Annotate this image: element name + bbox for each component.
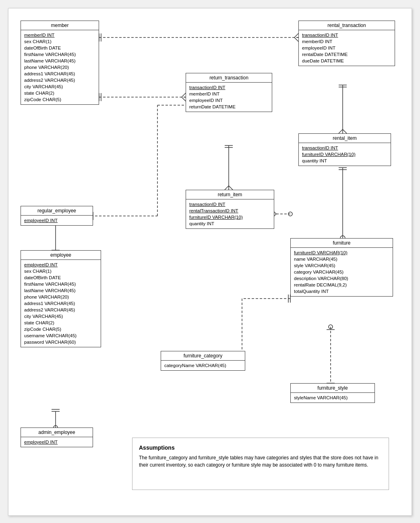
field-member-sex: sex CHAR(1) [24, 38, 95, 45]
field-reti-rentaltransactionid: rentalTransactionID INT [189, 208, 271, 214]
field-rt-memberid: memberID INT [302, 38, 391, 45]
field-e-sex: sex CHAR(1) [24, 268, 97, 274]
entity-return-transaction-fields: transactionID INT memberID INT employeeI… [186, 83, 272, 112]
entity-furniture-category-title: furniture_category [161, 351, 245, 361]
entity-furniture-fields: furnitureID VARCHAR(10) name VARCHAR(45)… [291, 248, 393, 296]
entity-furniture: furniture furnitureID VARCHAR(10) name V… [290, 238, 393, 297]
entity-employee: employee employeeID INT sex CHAR(1) date… [21, 250, 101, 347]
field-ri-quantity: quantity INT [302, 158, 387, 164]
field-e-lastname: lastName VARCHAR(45) [24, 287, 97, 294]
entity-employee-title: employee [21, 251, 101, 260]
field-member-phone: phone VARCHAR(20) [24, 64, 95, 71]
field-re-employeeid: employeeID INT [24, 217, 89, 224]
field-e-address2: address2 VARCHAR(45) [24, 307, 97, 313]
entity-regular-employee: regular_employee employeeID INT [21, 206, 93, 226]
field-e-phone: phone VARCHAR(20) [24, 294, 97, 300]
field-e-username: username VARCHAR(45) [24, 332, 97, 339]
field-member-state: state CHAR(2) [24, 90, 95, 96]
entity-furniture-title: furniture [291, 239, 393, 248]
assumptions-box: Assumptions The furniture_category and f… [132, 438, 389, 490]
entity-rental-item-fields: transactionID INT furnitureID VARCHAR(10… [299, 143, 391, 166]
field-member-address1: address1 VARCHAR(45) [24, 71, 95, 77]
field-e-city: city VARCHAR(45) [24, 313, 97, 320]
field-e-password: password VARCHAR(60) [24, 339, 97, 345]
svg-line-7 [182, 93, 186, 97]
entity-member-fields: memberID INT sex CHAR(1) dateOfBirth DAT… [21, 30, 99, 104]
svg-line-1 [294, 33, 298, 37]
entity-return-item-title: return_item [186, 190, 274, 199]
entity-rental-item: rental_item transactionID INT furnitureI… [298, 133, 391, 166]
entity-return-item-fields: transactionID INT rentalTransactionID IN… [186, 199, 274, 228]
field-e-zipcode: zipCode CHAR(5) [24, 326, 97, 332]
field-f-category: category VARCHAR(45) [294, 269, 389, 275]
field-fs-stylename: styleName VARCHAR(45) [294, 394, 371, 401]
assumptions-text: The furniture_category and furniture_sty… [139, 454, 382, 469]
assumptions-title: Assumptions [139, 444, 382, 451]
entity-admin-employee-fields: employeeID INT [21, 437, 93, 447]
entity-rental-transaction-title: rental_transaction [299, 21, 395, 30]
field-member-memberid: memberID INT [24, 32, 95, 38]
field-e-firstname: firstName VARCHAR(45) [24, 281, 97, 287]
field-f-furnitureid: furnitureID VARCHAR(10) [294, 249, 389, 256]
entity-furniture-style: furniture_style styleName VARCHAR(45) [290, 383, 375, 403]
entity-admin-employee-title: admin_employee [21, 428, 93, 437]
entity-furniture-category-fields: categoryName VARCHAR(45) [161, 361, 245, 370]
svg-line-18 [225, 186, 229, 190]
field-f-description: description VARCHAR(80) [294, 275, 389, 282]
field-fc-categoryname: categoryName VARCHAR(45) [164, 362, 242, 369]
field-ri-furnitureid: furnitureID VARCHAR(10) [302, 151, 387, 158]
field-ret-employeeid: employeeID INT [189, 97, 269, 104]
field-f-totalquantity: totalQuantity INT [294, 288, 389, 295]
field-ret-returndate: returnDate DATETIME [189, 104, 269, 110]
field-member-firstname: firstName VARCHAR(45) [24, 51, 95, 58]
field-member-address2: address2 VARCHAR(45) [24, 77, 95, 83]
field-rt-rentaldate: rentalDate DATETIME [302, 51, 391, 58]
svg-line-25 [339, 129, 343, 133]
field-reti-quantity: quantity INT [189, 220, 271, 227]
entity-regular-employee-fields: employeeID INT [21, 216, 93, 225]
field-reti-furnitureid: furnitureID VARCHAR(10) [189, 214, 271, 220]
field-member-dob: dateOfBirth DATE [24, 45, 95, 51]
entity-furniture-style-fields: styleName VARCHAR(45) [291, 393, 374, 403]
field-f-rentalrate: rentalRate DECIMAL(9,2) [294, 282, 389, 288]
field-f-name: name VARCHAR(45) [294, 256, 389, 262]
svg-line-8 [182, 97, 186, 101]
entity-rental-transaction: rental_transaction transactionID INT mem… [298, 21, 395, 66]
svg-line-26 [343, 129, 347, 133]
entity-admin-employee: admin_employee employeeID INT [21, 428, 93, 447]
entity-regular-employee-title: regular_employee [21, 206, 93, 216]
entity-rental-item-title: rental_item [299, 134, 391, 143]
svg-point-35 [288, 212, 292, 216]
field-rt-transactionid: transactionID INT [302, 32, 391, 38]
entity-furniture-style-title: furniture_style [291, 384, 374, 393]
entity-return-item: return_item transactionID INT rentalTran… [186, 190, 274, 229]
field-e-employeeid: employeeID INT [24, 262, 97, 268]
field-e-dob: dateOfBirth DATE [24, 274, 97, 281]
field-ae-employeeid: employeeID INT [24, 439, 89, 445]
svg-line-2 [294, 37, 298, 42]
er-diagram: member memberID INT sex CHAR(1) dateOfBi… [8, 8, 412, 515]
field-ret-transactionid: transactionID INT [189, 84, 269, 91]
field-ret-memberid: memberID INT [189, 91, 269, 97]
field-ri-transactionid: transactionID INT [302, 145, 387, 151]
entity-return-transaction: return_transaction transactionID INT mem… [186, 73, 272, 112]
field-rt-employeeid: employeeID INT [302, 45, 391, 51]
field-rt-duedate: dueDate DATETIME [302, 58, 391, 64]
svg-point-44 [329, 325, 333, 329]
entity-member: member memberID INT sex CHAR(1) dateOfBi… [21, 21, 99, 105]
entity-furniture-category: furniture_category categoryName VARCHAR(… [161, 351, 245, 371]
entity-rental-transaction-fields: transactionID INT memberID INT employeeI… [299, 30, 395, 66]
entity-employee-fields: employeeID INT sex CHAR(1) dateOfBirth D… [21, 260, 101, 347]
svg-line-19 [229, 186, 233, 190]
field-member-city: city VARCHAR(45) [24, 83, 95, 90]
field-e-address1: address1 VARCHAR(45) [24, 300, 97, 307]
field-reti-transactionid: transactionID INT [189, 201, 271, 208]
field-member-lastname: lastName VARCHAR(45) [24, 58, 95, 64]
field-f-style: style VARCHAR(45) [294, 262, 389, 269]
field-e-state: state CHAR(2) [24, 320, 97, 326]
page: member memberID INT sex CHAR(1) dateOfBi… [8, 8, 412, 516]
entity-return-transaction-title: return_transaction [186, 73, 272, 83]
entity-member-title: member [21, 21, 99, 30]
field-member-zipcode: zipCode CHAR(5) [24, 96, 95, 103]
